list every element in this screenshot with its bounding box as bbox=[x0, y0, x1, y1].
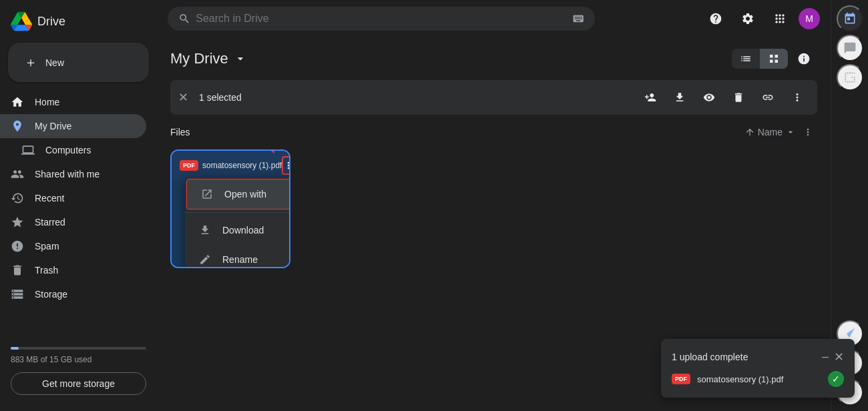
avatar[interactable]: M bbox=[799, 8, 820, 29]
recent-icon bbox=[11, 191, 24, 205]
pdf-type-icon: PDF bbox=[180, 160, 198, 171]
delete-button[interactable] bbox=[726, 85, 750, 109]
sort-chevron-icon bbox=[785, 127, 796, 137]
sidebar-item-recent[interactable]: Recent bbox=[0, 186, 146, 210]
plus-icon: ＋ bbox=[24, 53, 37, 71]
get-storage-button[interactable]: Get more storage bbox=[11, 372, 146, 395]
toast-header: 1 upload complete – ✕ bbox=[672, 350, 844, 364]
list-view-button[interactable] bbox=[732, 49, 760, 69]
drive-title-area: My Drive bbox=[170, 50, 247, 67]
toast-minimize-button[interactable]: – bbox=[822, 350, 829, 364]
drive-header: My Drive bbox=[170, 37, 817, 80]
files-title: Files bbox=[170, 127, 190, 137]
settings-button[interactable] bbox=[734, 5, 761, 32]
sidebar-item-label-spam: Spam bbox=[35, 241, 59, 252]
sidebar-item-my-drive[interactable]: My Drive bbox=[0, 114, 146, 138]
my-drive-icon bbox=[11, 119, 24, 133]
open-with-icon bbox=[200, 187, 214, 201]
download-label: Download bbox=[222, 225, 264, 236]
toast-title: 1 upload complete bbox=[672, 352, 748, 362]
new-button-label: New bbox=[45, 57, 64, 68]
sidebar-item-label-my-drive: My Drive bbox=[35, 121, 71, 131]
file-card-header: PDF somatosensory (1).pdf bbox=[172, 151, 289, 180]
notes-panel-button[interactable] bbox=[837, 35, 863, 61]
sidebar-item-spam[interactable]: Spam bbox=[0, 234, 146, 258]
selection-toolbar: ✕ 1 selected bbox=[170, 80, 817, 115]
sidebar-item-trash[interactable]: Trash bbox=[0, 258, 146, 282]
search-input[interactable] bbox=[196, 13, 566, 25]
deselect-button[interactable]: ✕ bbox=[178, 90, 188, 105]
rename-menu-item[interactable]: Rename bbox=[185, 245, 290, 268]
drive-header-icons bbox=[732, 45, 817, 72]
trash-icon bbox=[11, 264, 24, 277]
info-button[interactable] bbox=[791, 45, 817, 72]
home-icon bbox=[11, 95, 24, 109]
app-header: Drive bbox=[0, 5, 157, 43]
add-user-button[interactable] bbox=[638, 85, 662, 109]
new-button[interactable]: ＋ New bbox=[8, 43, 149, 82]
view-toggle bbox=[732, 49, 788, 69]
download-menu-item[interactable]: Download bbox=[185, 216, 290, 245]
download-button[interactable] bbox=[668, 85, 692, 109]
starred-icon bbox=[11, 216, 24, 229]
calendar-panel-button[interactable] bbox=[837, 5, 863, 32]
upload-toast: 1 upload complete – ✕ PDF somatosensory … bbox=[661, 339, 855, 398]
sort-label: Name bbox=[758, 127, 783, 137]
drive-logo-icon bbox=[11, 11, 32, 32]
sidebar-item-starred[interactable]: Starred bbox=[0, 210, 146, 234]
storage-icon bbox=[11, 288, 24, 301]
grid-view-button[interactable] bbox=[760, 49, 788, 69]
chevron-down-icon[interactable] bbox=[234, 52, 247, 65]
apps-button[interactable] bbox=[767, 5, 793, 32]
toast-actions: – ✕ bbox=[822, 350, 844, 364]
toast-close-button[interactable]: ✕ bbox=[834, 350, 844, 364]
toast-file: PDF somatosensory (1).pdf ✓ bbox=[672, 371, 844, 387]
file-card[interactable]: PDF somatosensory (1).pdf PDF bbox=[170, 149, 290, 268]
files-more-button[interactable] bbox=[799, 123, 817, 141]
link-button[interactable] bbox=[756, 85, 780, 109]
app-title: Drive bbox=[37, 15, 65, 29]
open-with-menu-item[interactable]: Open with › bbox=[186, 179, 290, 210]
context-menu: Open with › Download bbox=[185, 177, 290, 268]
preview-button[interactable] bbox=[697, 85, 721, 109]
files-header: Files Name bbox=[170, 123, 817, 141]
menu-divider-1 bbox=[185, 212, 290, 213]
keyboard-icon bbox=[572, 12, 584, 25]
sidebar: Drive ＋ New Home My Drive Computers Shar… bbox=[0, 0, 157, 411]
storage-section: 883 MB of 15 GB used Get more storage bbox=[0, 336, 157, 406]
sidebar-item-label-storage: Storage bbox=[35, 289, 67, 300]
toast-file-icon: PDF bbox=[672, 374, 690, 384]
sidebar-item-computers[interactable]: Computers bbox=[0, 138, 146, 162]
sidebar-item-home[interactable]: Home bbox=[0, 90, 146, 114]
file-card-name: somatosensory (1).pdf bbox=[202, 161, 282, 170]
sidebar-item-storage[interactable]: Storage bbox=[0, 282, 146, 306]
topbar-icons: M bbox=[702, 5, 820, 32]
help-button[interactable] bbox=[702, 5, 729, 32]
sidebar-item-label-recent: Recent bbox=[35, 193, 64, 203]
sidebar-item-label-computers: Computers bbox=[45, 145, 91, 155]
selection-count: 1 selected bbox=[199, 92, 242, 103]
storage-used-text: 883 MB of 15 GB used bbox=[11, 355, 146, 364]
tasks-panel-button[interactable] bbox=[837, 64, 863, 91]
file-more-button[interactable] bbox=[282, 156, 290, 175]
toast-file-name: somatosensory (1).pdf bbox=[697, 374, 821, 384]
sort-ascending-icon bbox=[744, 127, 755, 137]
spam-icon bbox=[11, 240, 24, 253]
sidebar-item-label-home: Home bbox=[35, 97, 59, 107]
drive-title-text: My Drive bbox=[170, 50, 228, 67]
more-button[interactable] bbox=[785, 85, 809, 109]
shared-icon bbox=[11, 167, 24, 181]
storage-bar-background bbox=[11, 347, 146, 350]
sidebar-item-label-shared: Shared with me bbox=[35, 169, 99, 179]
selection-actions bbox=[638, 85, 809, 109]
rename-icon bbox=[198, 253, 212, 266]
storage-bar-fill bbox=[11, 347, 19, 350]
search-icon bbox=[178, 12, 190, 25]
computers-icon bbox=[21, 143, 35, 157]
download-menu-icon bbox=[198, 224, 212, 237]
files-sort[interactable]: Name bbox=[744, 123, 817, 141]
sidebar-item-label-trash: Trash bbox=[35, 265, 58, 276]
file-grid: PDF somatosensory (1).pdf PDF bbox=[170, 149, 817, 268]
sidebar-item-shared[interactable]: Shared with me bbox=[0, 162, 146, 186]
search-bar[interactable] bbox=[168, 7, 595, 31]
